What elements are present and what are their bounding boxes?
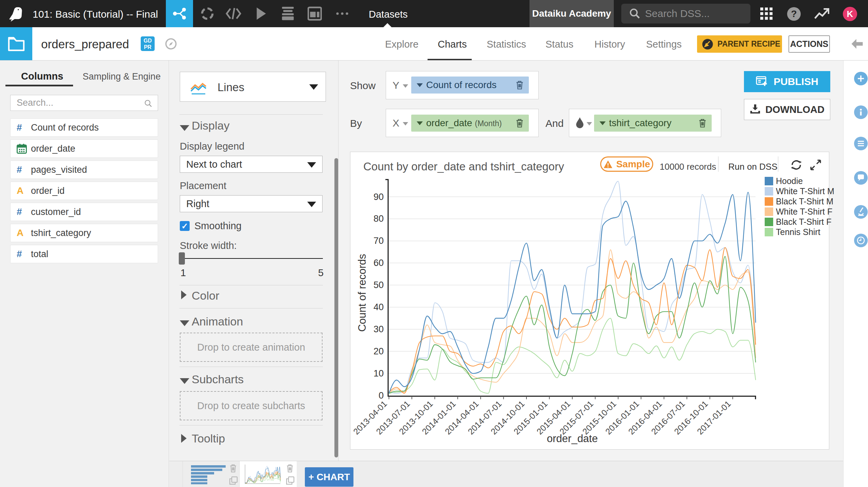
svg-text:0: 0 xyxy=(379,390,384,401)
svg-text:White T-Shirt M: White T-Shirt M xyxy=(776,186,834,196)
svg-text:Count of records: Count of records xyxy=(356,254,368,332)
svg-text:Black T-Shirt F: Black T-Shirt F xyxy=(776,217,831,226)
svg-text:70: 70 xyxy=(374,236,384,246)
svg-text:60: 60 xyxy=(374,258,384,268)
svg-text:Hoodie: Hoodie xyxy=(776,176,803,186)
svg-text:50: 50 xyxy=(374,280,384,290)
svg-text:10: 10 xyxy=(374,368,384,379)
svg-text:90: 90 xyxy=(374,192,384,202)
svg-text:order_date: order_date xyxy=(547,433,598,444)
svg-text:30: 30 xyxy=(374,324,384,334)
svg-text:20: 20 xyxy=(374,346,384,356)
svg-text:40: 40 xyxy=(374,302,384,312)
svg-text:Tennis Shirt: Tennis Shirt xyxy=(776,227,820,237)
svg-text:Black T-Shirt M: Black T-Shirt M xyxy=(776,197,833,206)
svg-text:80: 80 xyxy=(374,214,384,224)
svg-text:White T-Shirt F: White T-Shirt F xyxy=(776,207,832,216)
